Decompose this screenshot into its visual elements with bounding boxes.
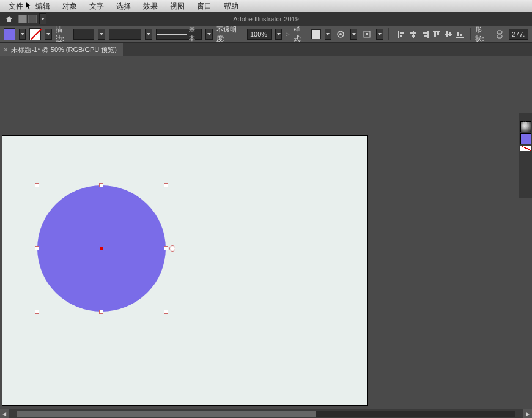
workspace[interactable]: 期 ◀ ▶ [0,56,532,418]
stroke-dropdown[interactable] [45,29,51,40]
scroll-left-button[interactable]: ◀ [0,409,9,418]
opacity-dropdown[interactable] [275,29,282,40]
opacity-input[interactable] [247,29,272,40]
menu-help[interactable]: 帮助 [218,0,245,13]
svg-rect-20 [457,32,459,36]
svg-rect-22 [497,31,502,34]
title-bar: Adobe Illustrator 2019 [0,12,532,26]
svg-rect-8 [410,32,416,34]
svg-rect-3 [366,33,368,35]
panel-none-swatch[interactable] [520,146,531,151]
brush-label: 基本 [189,26,201,43]
align-vcenter-button[interactable] [443,29,454,40]
shape-link-icon[interactable] [493,28,505,40]
stroke-profile[interactable] [109,29,141,40]
scroll-right-button[interactable]: ▶ [523,409,532,418]
menu-view[interactable]: 视图 [164,0,191,13]
control-bar: 描边: 基本 不透明度: > 样式: 形状: [0,26,532,43]
align-hcenter-button[interactable] [408,29,419,40]
scroll-track[interactable] [17,411,515,417]
panel-fill-swatch[interactable] [520,133,531,144]
handle-bottom-right[interactable] [164,310,168,314]
align-top-button[interactable] [431,29,442,40]
menu-bar: 文件 编辑 对象 文字 选择 效果 视图 窗口 帮助 [0,0,532,12]
document-tab[interactable]: × 未标题-1* @ 50% (RGB/GPU 预览) [0,43,123,56]
layout-dropdown[interactable] [39,13,46,24]
svg-rect-21 [460,34,462,36]
brush-line-icon [157,34,187,35]
menu-object[interactable]: 对象 [56,0,83,13]
close-tab-icon[interactable]: × [4,46,7,53]
shape-width-input[interactable] [509,29,528,40]
scroll-thumb[interactable] [17,411,316,417]
center-point-icon[interactable] [100,247,103,250]
workspace-layout-buttons [18,15,38,23]
svg-rect-5 [400,32,404,34]
home-icon[interactable] [4,13,15,24]
handle-mid-left[interactable] [35,246,39,250]
svg-rect-7 [413,31,414,38]
svg-rect-13 [433,31,440,32]
layout-button-2[interactable] [28,15,37,23]
layout-button-1[interactable] [18,15,27,23]
svg-rect-18 [449,32,451,36]
stroke-color-swatch[interactable] [29,28,41,40]
handle-mid-right[interactable] [164,246,168,250]
stroke-profile-dropdown[interactable] [145,29,152,40]
align-bottom-button[interactable] [454,29,465,40]
panel-gradient-swatch[interactable] [520,121,531,132]
selection-bounding-box[interactable] [37,185,166,312]
brush-dropdown[interactable] [205,29,212,40]
brush-preview[interactable]: 基本 [156,29,202,40]
svg-rect-19 [456,37,464,38]
svg-rect-9 [412,35,415,37]
shape-label: 形状: [475,25,490,43]
style-label: 样式: [294,25,308,43]
menu-select[interactable]: 选择 [110,0,137,13]
svg-rect-6 [400,35,402,37]
divider [470,28,471,40]
horizontal-scrollbar: ◀ ▶ [0,409,532,418]
menu-type[interactable]: 文字 [83,0,110,13]
svg-rect-14 [434,32,436,37]
align-left-button[interactable] [396,29,407,40]
graphic-style-swatch[interactable] [311,29,320,39]
align-to-dropdown[interactable] [376,29,383,40]
stroke-weight-label: 描边: [56,25,70,43]
opacity-label: 不透明度: [216,25,243,43]
recolor-dropdown[interactable] [350,29,357,40]
menu-effect[interactable]: 效果 [137,0,164,13]
svg-rect-15 [437,32,439,35]
live-shape-handle[interactable] [169,245,175,252]
fill-color-swatch[interactable] [4,28,15,40]
handle-top-right[interactable] [164,183,168,187]
svg-rect-11 [423,32,427,34]
fill-dropdown[interactable] [19,29,26,40]
right-panel[interactable]: 期 [519,113,532,198]
handle-top-center[interactable] [99,183,103,187]
svg-point-1 [339,33,342,35]
svg-rect-16 [445,34,452,35]
svg-rect-17 [446,31,448,37]
menu-file[interactable]: 文件 [2,0,29,13]
handle-bottom-left[interactable] [35,310,39,314]
stroke-weight-dropdown[interactable] [98,29,105,40]
artboard[interactable] [2,136,367,405]
handle-bottom-center[interactable] [99,310,103,314]
menu-edit[interactable]: 编辑 [29,0,56,13]
style-dropdown[interactable] [325,29,331,40]
align-buttons [396,29,465,40]
menu-window[interactable]: 窗口 [191,0,218,13]
stroke-weight-input[interactable] [73,29,94,40]
recolor-icon[interactable] [335,28,347,40]
align-to-icon[interactable] [361,28,372,40]
svg-rect-4 [398,31,399,38]
document-tabs: × 未标题-1* @ 50% (RGB/GPU 预览) [0,43,532,56]
svg-rect-23 [497,35,502,38]
handle-top-left[interactable] [35,183,39,187]
svg-rect-12 [424,35,427,37]
divider [388,28,389,40]
panel-tab-label[interactable]: 期 [519,113,531,120]
align-right-button[interactable] [419,29,430,40]
document-tab-title: 未标题-1* @ 50% (RGB/GPU 预览) [11,45,117,54]
